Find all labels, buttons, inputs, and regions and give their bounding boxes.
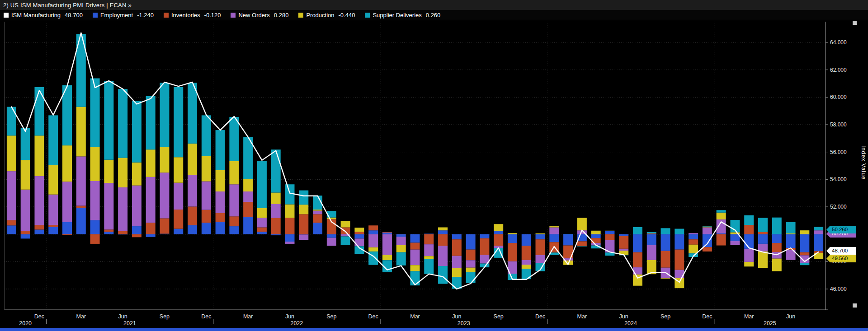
bar-segment [202,223,211,234]
bar-segment [76,107,86,157]
bar-segment [146,177,156,223]
bar-segment [257,161,267,208]
bar-segment [452,256,462,268]
bar-segment [800,230,809,234]
bar-segment [174,210,183,228]
bar-segment [257,227,267,232]
bar-segment [216,222,225,234]
legend-series-name: Production [306,12,334,19]
bar-segment [257,208,267,218]
bar-segment [410,265,420,271]
axis-scroll-handle-bottom[interactable] [853,303,857,308]
bar-segment [396,252,406,266]
bar-segment [285,205,294,218]
bar-segment [146,96,156,149]
bar-segment [271,234,281,235]
bar-segment [536,255,545,263]
y-tick-label: 54.000 [830,176,847,182]
horizontal-scrollbar[interactable] [0,328,868,331]
bar-segment [104,81,113,160]
bar-segment [424,244,434,256]
bar-segment [299,191,308,205]
bar-segment [522,265,531,269]
bar-segment [744,225,754,234]
bar-segment [188,175,197,207]
bar-segment [508,234,517,243]
bar-segment [341,221,350,228]
x-tick-label: Jun [452,313,461,320]
bar-segment [452,239,462,256]
legend-item-ism-manufacturing[interactable]: ISM Manufacturing48.700 [4,12,83,19]
title-bar: 2) US ISM Manufacturing PMI Drivers | EC… [0,0,868,10]
legend-series-name: ISM Manufacturing [11,12,61,19]
year-label: 2020 [19,320,32,326]
y-tick-label: 62.000 [830,67,847,73]
bar-segment [174,87,183,157]
year-label: 2021 [123,320,136,326]
bar-segment [118,234,127,235]
bar-segment [299,214,308,234]
bar-segment [21,128,30,160]
bar-segment [758,252,768,268]
pmi-drivers-chart[interactable] [0,0,868,331]
bar-segment [814,230,823,234]
legend-item-employment[interactable]: Employment-1.240 [93,12,154,19]
bar-segment [229,226,239,234]
bar-segment [21,160,30,190]
bar-segment [188,144,197,175]
y-tick-label: 58.000 [830,121,847,128]
bar-segment [633,252,642,267]
bar-segment [327,234,336,238]
price-tag-production: 49.560 [826,255,856,262]
bar-segment [285,184,294,204]
axis-scroll-handle-top[interactable] [853,21,857,25]
bar-segment [563,234,573,246]
bar-segment [508,243,517,261]
bar-segment [62,182,72,222]
y-tick-label: 56.000 [830,149,847,155]
bar-segment [271,192,281,204]
bar-segment [396,234,406,237]
bar-segment [619,234,628,236]
bar-segment [243,202,253,217]
bar-segment [243,217,253,234]
legend-series-name: Employment [100,12,133,19]
bar-segment [299,234,308,235]
bar-segment [146,223,156,234]
bar-segment [410,250,420,266]
legend-item-new-orders[interactable]: New Orders0.280 [231,12,288,19]
bar-segment [7,171,16,220]
bar-segment [90,78,100,147]
legend-item-inventories[interactable]: Inventories-0.120 [164,12,221,19]
legend-item-supplier-deliveries[interactable]: Supplier Deliveries0.260 [365,12,440,19]
bar-segment [786,222,796,233]
legend: ISM Manufacturing48.700Employment-1.240I… [0,10,868,20]
bar-segment [243,179,253,191]
bar-segment [717,234,726,246]
bar-segment [90,234,100,244]
legend-item-production[interactable]: Production-0.440 [298,12,355,19]
bar-segment [202,210,211,223]
bar-segment [410,234,420,243]
bar-segment [494,231,503,234]
bar-segment [34,225,44,230]
bar-segment [703,234,712,247]
bar-segment [563,234,573,234]
bar-segment [438,227,448,230]
bar-segment [229,216,239,226]
legend-swatch [365,13,370,18]
bar-segment [354,232,364,234]
bar-segment [786,234,796,248]
bar-segment [633,227,642,234]
legend-series-name: Inventories [171,12,200,19]
legend-series-value: -0.440 [339,12,355,19]
bar-segment [494,234,503,246]
bar-segment [188,83,197,144]
bar-segment [62,234,72,235]
bar-segment [48,227,58,234]
bar-segment [744,234,754,249]
bar-segment [216,213,225,222]
bar-segment [647,232,656,233]
y-tick-label: 64.000 [830,39,847,46]
bar-segment [132,226,142,234]
